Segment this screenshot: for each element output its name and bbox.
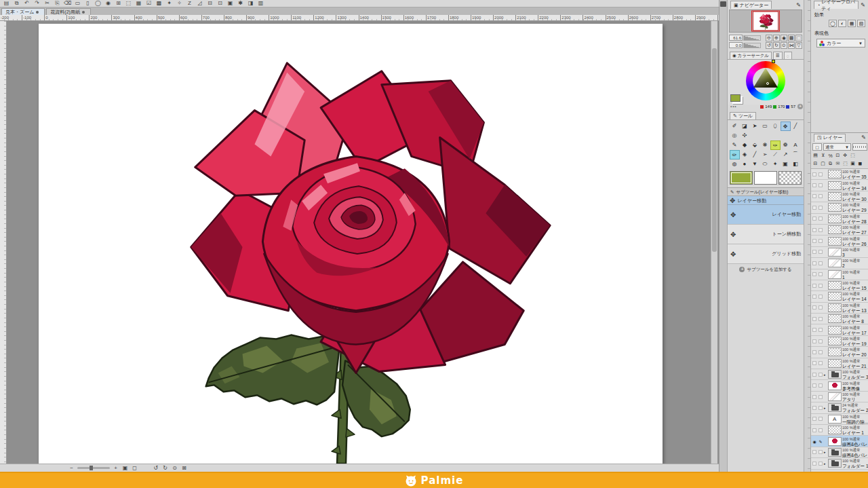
tool-icon[interactable]: ✐ (730, 121, 740, 131)
navigator-zoom-slider[interactable] (743, 35, 761, 41)
navigator-rotate-value[interactable]: 0.0 (729, 42, 743, 48)
layer-edit-pencil-icon[interactable]: ✎ (818, 439, 823, 444)
layer-edit-pencil-icon[interactable] (818, 428, 823, 432)
tool-icon[interactable]: ◪ (740, 121, 750, 131)
layer-visibility-eye-icon[interactable] (812, 383, 816, 388)
rotate-left-icon[interactable]: ↺ (152, 465, 159, 472)
layer-thumbnail[interactable] (828, 392, 842, 401)
tab-color-circle[interactable]: ◉ カラーサークル (730, 52, 772, 59)
layer-edit-pencil-icon[interactable] (818, 295, 823, 299)
layer-thumbnail[interactable] (828, 459, 842, 468)
layer-row[interactable]: 100 %通常 レイヤー 30 (811, 191, 868, 202)
toolbar-icon[interactable]: ▭ (74, 0, 81, 7)
tool-icon[interactable]: ▼ (750, 159, 760, 169)
navigator-zoom-button[interactable]: ◉ (781, 35, 787, 41)
layer-edit-pencil-icon[interactable] (818, 250, 823, 254)
layer-thumbnail[interactable] (828, 192, 842, 201)
layer-visibility-eye-icon[interactable] (812, 183, 816, 187)
layer-edit-pencil-icon[interactable] (818, 261, 823, 265)
canvas-workspace[interactable] (0, 21, 719, 464)
canvas[interactable] (39, 24, 663, 464)
layer-row[interactable]: ◉ ✎ 100 %通常 線画&色パレット (811, 436, 868, 447)
layer-thumbnail[interactable] (828, 326, 842, 335)
layer-command-icon[interactable]: ⊟ (812, 161, 818, 166)
toolbar-icon[interactable]: ▦ (135, 0, 142, 7)
layer-visibility-eye-icon[interactable] (812, 284, 816, 288)
layer-visibility-eye-icon[interactable] (812, 206, 816, 210)
secondary-color-swatch[interactable] (754, 171, 777, 185)
tool-icon[interactable]: ❁ (781, 140, 791, 150)
toolbar-icon[interactable]: ✦ (165, 0, 173, 7)
panel-menu-icon[interactable]: ✎ (796, 2, 801, 8)
layer-visibility-eye-icon[interactable] (812, 339, 816, 343)
tool-icon[interactable]: ◧ (791, 159, 801, 169)
layer-row[interactable]: 100 %通常 レイヤー 35 (811, 169, 868, 180)
tool-icon[interactable]: ✏ (730, 150, 740, 159)
folder-expand-arrow-icon[interactable]: ▸ (824, 450, 827, 454)
layer-row[interactable]: 100 %通常 レイヤー 14 (811, 291, 868, 302)
zoom-slider[interactable] (77, 467, 110, 469)
navigator-zoom-button[interactable]: ▩ (788, 35, 795, 41)
layer-visibility-eye-icon[interactable] (812, 428, 816, 432)
collapse-panel-icon[interactable] (720, 1, 726, 7)
tool-icon[interactable]: ➢ (760, 150, 770, 159)
layer-row[interactable]: 100 %通常 アタリ (811, 392, 868, 402)
tool-icon[interactable]: ╱ (791, 121, 801, 131)
navigator-zoom-button[interactable]: ⊕ (773, 35, 780, 41)
layer-command-icon[interactable]: ✉ (835, 161, 841, 166)
layer-visibility-eye-icon[interactable] (812, 361, 816, 365)
layer-command-icon[interactable]: ⧉ (827, 161, 833, 166)
navigator-rotate-button[interactable]: ↻ (773, 42, 780, 49)
navigator-view-frame[interactable] (751, 11, 780, 32)
layer-visibility-eye-icon[interactable] (812, 305, 816, 309)
layer-row[interactable]: 100 %通常 レイヤー 17 (811, 324, 868, 335)
layer-thumbnail[interactable] (828, 426, 842, 434)
layer-row[interactable]: 100 %通常 一階調の除... (811, 414, 868, 425)
add-subtool-button[interactable]: + サブツールを追加する (728, 264, 804, 275)
toolbar-icon[interactable]: ☑ (145, 0, 153, 7)
tab-color-slider[interactable]: ☰ (773, 52, 783, 59)
toolbar-icon[interactable]: ⬚ (125, 0, 132, 7)
layer-visibility-eye-icon[interactable] (812, 217, 816, 221)
layer-row[interactable]: 100 %通常 レイヤー 19 (811, 336, 868, 347)
layer-visibility-eye-icon[interactable] (812, 172, 816, 176)
tab-tools[interactable]: ✎ ツール (730, 112, 756, 119)
layer-visibility-eye-icon[interactable] (812, 250, 816, 254)
layer-row[interactable]: 100 %通常 レイヤー 15 (811, 280, 868, 291)
tool-icon[interactable]: ▭ (760, 121, 770, 131)
tool-icon[interactable]: ✥ (781, 121, 791, 131)
layer-row[interactable]: ▸ 24 %通常 フォルダー 2 (811, 402, 868, 413)
layer-thumbnail[interactable] (828, 448, 842, 457)
toolbar-icon[interactable]: ⊟ (206, 0, 214, 7)
layer-thumbnail[interactable] (828, 270, 842, 279)
toolbar-icon[interactable]: ⧉ (13, 0, 20, 7)
effect-icon[interactable]: ▦ (848, 20, 856, 27)
tool-icon[interactable]: ➤ (750, 121, 760, 131)
layer-thumbnail[interactable] (828, 181, 842, 190)
tool-icon[interactable]: ✎ (730, 140, 740, 150)
layer-thumbnail[interactable] (828, 292, 842, 301)
layer-thumbnail[interactable] (828, 214, 842, 223)
layer-visibility-eye-icon[interactable] (812, 450, 816, 454)
layer-edit-pencil-icon[interactable] (818, 361, 823, 365)
tool-icon[interactable]: ⌒ (791, 150, 801, 159)
layer-thumbnail[interactable] (828, 281, 842, 290)
tab-layer-property[interactable]: ◔ レイヤープロパティ (814, 1, 859, 9)
layer-visibility-eye-icon[interactable] (812, 194, 816, 198)
subtool-item[interactable]: ✥ レイヤー移動 (728, 205, 804, 225)
toolbar-icon[interactable]: ⊞ (115, 0, 122, 7)
tab-navigator[interactable]: ▣ ナビゲーター (730, 1, 772, 9)
layer-edit-pencil-icon[interactable] (818, 462, 823, 466)
scrollbar-thumb[interactable] (712, 48, 717, 252)
tool-icon[interactable]: ⬭ (760, 159, 770, 169)
layer-visibility-eye-icon[interactable] (812, 350, 816, 354)
layer-edit-pencil-icon[interactable] (818, 183, 823, 187)
actual-size-icon[interactable]: ◻ (131, 465, 138, 472)
layer-row[interactable]: 100 %通常 3 (811, 247, 868, 258)
layer-thumbnail[interactable] (828, 170, 842, 179)
layer-thumbnail[interactable] (828, 370, 842, 379)
tool-icon[interactable]: ✦ (770, 159, 781, 169)
expression-color-dropdown[interactable]: カラー ▼ (816, 39, 865, 48)
navigator-rotate-button[interactable]: ⊙ (781, 42, 787, 49)
layer-header-icon[interactable]: ▤ (812, 153, 818, 158)
